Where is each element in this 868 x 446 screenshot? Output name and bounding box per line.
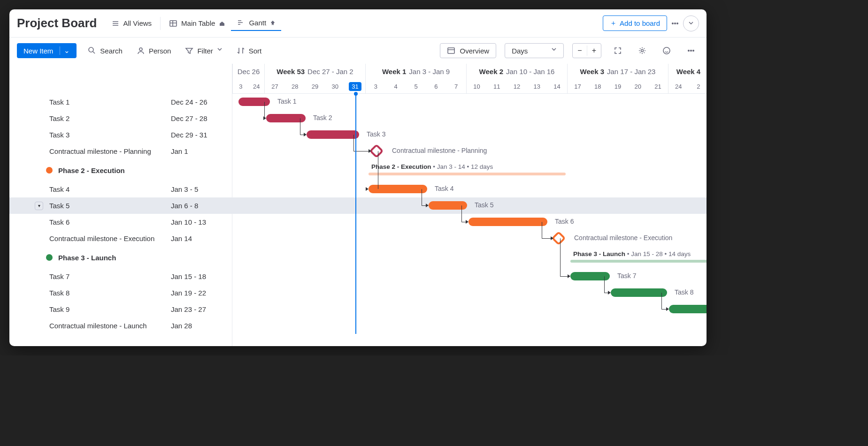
- calendar-icon: [447, 46, 455, 55]
- group-summary-label: Phase 2 - Execution • Jan 3 - 14 • 12 da…: [371, 163, 493, 170]
- task-bar[interactable]: [307, 130, 359, 139]
- day-cell[interactable]: 5: [406, 79, 426, 94]
- row-name: Contractual milestone - Execution: [9, 234, 171, 242]
- settings-button[interactable]: [634, 43, 650, 59]
- chevron-down-icon: [217, 46, 223, 55]
- gantt-row: [232, 317, 707, 334]
- row-name: Task 7: [9, 272, 171, 280]
- new-item-button[interactable]: New Item ⌄: [17, 43, 77, 58]
- filter-button[interactable]: Filter: [182, 45, 225, 57]
- row-name: Task 3: [9, 131, 171, 139]
- day-cell[interactable]: 12: [507, 79, 527, 94]
- chevron-down-icon[interactable]: ⌄: [60, 46, 70, 55]
- add-to-board-button[interactable]: ＋ Add to board: [603, 15, 667, 31]
- task-bar[interactable]: [469, 218, 547, 226]
- task-row[interactable]: Task 3Dec 29 - 31: [9, 127, 232, 143]
- task-bar[interactable]: [369, 185, 427, 193]
- task-row[interactable]: Task 4Jan 3 - 5: [9, 181, 232, 197]
- gantt-row: Task 9: [232, 301, 707, 317]
- task-row[interactable]: Task 9Jan 23 - 27: [9, 301, 232, 317]
- milestone-marker[interactable]: [551, 231, 566, 245]
- fullscreen-button[interactable]: [610, 43, 626, 59]
- task-row[interactable]: Task 7Jan 15 - 18: [9, 268, 232, 285]
- day-cell[interactable]: 7: [446, 79, 466, 94]
- today-line: [355, 94, 356, 334]
- zoom-in-button[interactable]: +: [587, 44, 601, 58]
- task-row[interactable]: Task 8Jan 19 - 22: [9, 285, 232, 301]
- gantt-row: Task 6: [232, 214, 707, 230]
- task-bar[interactable]: [669, 305, 707, 313]
- content-area: Task 1Dec 24 - 26Task 2Dec 27 - 28Task 3…: [9, 64, 707, 346]
- day-cell[interactable]: 24: [668, 79, 689, 94]
- bar-label: Task 8: [675, 288, 693, 296]
- day-cell[interactable]: 11: [487, 79, 507, 94]
- task-row[interactable]: Contractual milestone - ExecutionJan 14: [9, 230, 232, 247]
- day-cell[interactable]: 21: [648, 79, 668, 94]
- svg-rect-6: [448, 48, 454, 53]
- zoom-level-select[interactable]: Days: [505, 43, 564, 58]
- gantt-chart[interactable]: Dec 26324Week 53 Dec 27 - Jan 2272829303…: [232, 64, 707, 346]
- task-row[interactable]: Task 6Jan 10 - 13: [9, 214, 232, 230]
- more-button[interactable]: [683, 43, 699, 59]
- day-cell[interactable]: 24: [249, 79, 265, 94]
- day-cell[interactable]: 18: [588, 79, 608, 94]
- more-menu-button[interactable]: [667, 15, 683, 31]
- svg-point-9: [688, 50, 690, 52]
- expand-toggle[interactable]: ▾: [35, 202, 43, 210]
- row-name: Task 6: [9, 218, 171, 226]
- task-row[interactable]: Task 1Dec 24 - 26: [9, 94, 232, 110]
- person-filter-button[interactable]: Person: [134, 45, 174, 57]
- zoom-out-button[interactable]: −: [573, 44, 586, 58]
- day-cell[interactable]: 29: [305, 79, 325, 94]
- day-cell[interactable]: 14: [547, 79, 567, 94]
- collapse-button[interactable]: [683, 15, 699, 31]
- svg-point-4: [89, 47, 93, 52]
- task-row[interactable]: Contractual milestone - LaunchJan 28: [9, 317, 232, 334]
- row-dates: Jan 3 - 5: [171, 185, 232, 193]
- task-row[interactable]: Contractual milestone - PlanningJan 1: [9, 143, 232, 159]
- day-cell[interactable]: 27: [265, 79, 285, 94]
- row-dates: Jan 14: [171, 234, 232, 242]
- row-dates: Jan 1: [171, 147, 232, 155]
- svg-point-11: [693, 50, 694, 52]
- person-icon: [137, 46, 145, 55]
- pin-icon: [270, 20, 276, 26]
- day-cell[interactable]: 6: [426, 79, 446, 94]
- task-row[interactable]: Task 2Dec 27 - 28: [9, 110, 232, 127]
- group-summary-bar: [570, 260, 707, 263]
- dots-icon: [687, 46, 695, 55]
- day-cell[interactable]: 3: [233, 79, 249, 94]
- day-cell[interactable]: 13: [527, 79, 547, 94]
- row-dates: Dec 27 - 28: [171, 114, 232, 122]
- all-views-button[interactable]: All Views: [106, 16, 158, 30]
- gantt-row: Task 2: [232, 110, 707, 127]
- milestone-marker[interactable]: [369, 144, 384, 158]
- day-cell[interactable]: 20: [628, 79, 648, 94]
- task-row[interactable]: ▾Task 5Jan 6 - 8: [9, 197, 232, 214]
- group-row[interactable]: Phase 2 - Execution: [9, 159, 232, 181]
- feedback-button[interactable]: [659, 43, 675, 59]
- task-bar[interactable]: [611, 288, 667, 297]
- task-list-sidebar: Task 1Dec 24 - 26Task 2Dec 27 - 28Task 3…: [9, 64, 232, 346]
- group-summary-label: Phase 3 - Launch • Jan 15 - 28 • 14 days: [573, 250, 691, 257]
- overview-button[interactable]: Overview: [440, 43, 497, 58]
- row-name: Task 4: [9, 185, 171, 193]
- tab-main-table[interactable]: Main Table: [163, 16, 231, 30]
- svg-point-3: [677, 23, 678, 24]
- day-cell[interactable]: 3: [366, 79, 386, 94]
- group-row[interactable]: Phase 3 - Launch: [9, 247, 232, 268]
- tab-gantt[interactable]: Gantt: [231, 16, 281, 31]
- list-icon: [111, 19, 120, 28]
- day-cell[interactable]: 10: [467, 79, 487, 94]
- day-cell[interactable]: 17: [568, 79, 588, 94]
- day-cell[interactable]: 4: [386, 79, 406, 94]
- search-button[interactable]: Search: [85, 45, 125, 57]
- gantt-row: Task 5: [232, 197, 707, 214]
- day-cell[interactable]: 19: [608, 79, 628, 94]
- sort-button[interactable]: Sort: [234, 45, 265, 57]
- day-cell[interactable]: 28: [285, 79, 305, 94]
- day-cell[interactable]: 2: [689, 79, 707, 94]
- bar-label: Task 5: [475, 201, 493, 209]
- day-cell[interactable]: 30: [325, 79, 345, 94]
- task-bar[interactable]: [238, 98, 270, 106]
